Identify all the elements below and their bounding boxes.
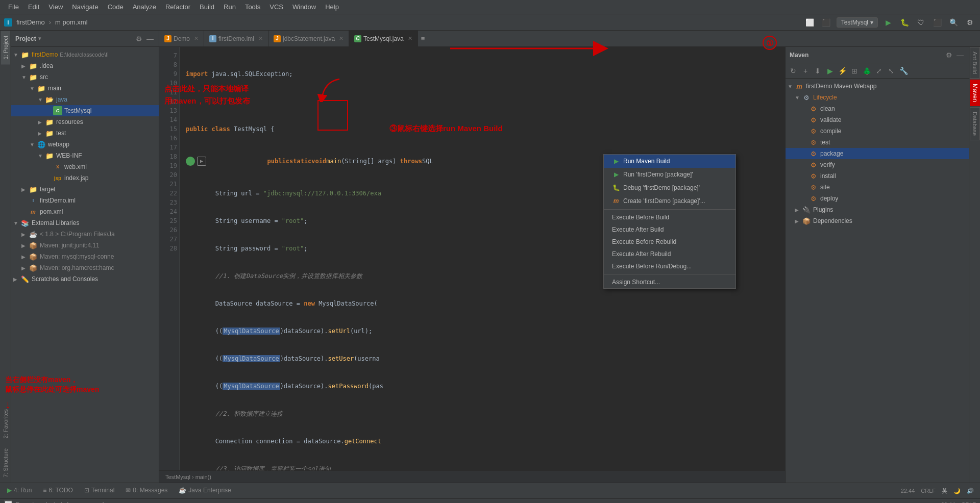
navigate-back-button[interactable]: ⬜ [804, 16, 816, 29]
tree-item-idea[interactable]: ▶ 📁 .idea [11, 60, 159, 71]
tree-item-webinf[interactable]: ▼ 📁 WEB-INF [11, 150, 159, 161]
tree-item-mysql-connector[interactable]: ▶ 📦 Maven: mysql:mysql-conne [11, 251, 159, 262]
maven-item-install[interactable]: ▶ ⚙ install [786, 170, 969, 182]
menu-item-build[interactable]: Build [195, 2, 218, 12]
tab-close-testmysql[interactable]: ✕ [408, 35, 412, 42]
tree-item-external-libraries[interactable]: ▼ 📚 External Libraries [11, 217, 159, 229]
ctx-execute-before-rebuild[interactable]: Execute Before Rebuild [604, 236, 736, 248]
run-with-coverage-button[interactable]: 🛡 [915, 16, 927, 29]
ctx-execute-after-rebuild[interactable]: Execute After Rebuild [604, 248, 736, 260]
maven-run-btn[interactable]: ▶ [824, 65, 836, 77]
maven-item-package[interactable]: ▶ ⚙ package [786, 148, 969, 159]
tree-item-firstdemo-iml[interactable]: ▶ I firstDemo.iml [11, 195, 159, 206]
sidebar-tab-structure[interactable]: 7: Structure [1, 443, 10, 483]
ctx-create-firstdemo[interactable]: m Create 'firstDemo [package]'... [604, 194, 736, 208]
tab-close-iml[interactable]: ✕ [258, 35, 263, 42]
ctx-debug-firstdemo[interactable]: 🐛 Debug 'firstDemo [package]' [604, 181, 736, 194]
maven-skip-tests-btn[interactable]: ⚡ [837, 65, 848, 77]
maven-side-tab[interactable]: Maven [970, 80, 980, 106]
bottom-tab-todo[interactable]: ≡ 6: TODO [38, 483, 78, 498]
stop-execute-button[interactable]: ⬜ [4, 500, 12, 504]
run-button[interactable]: ▶ [882, 16, 894, 29]
maven-item-plugins[interactable]: ▶ 🔌 Plugins [786, 204, 969, 215]
tree-item-indexjsp[interactable]: ▶ jsp index.jsp [11, 172, 159, 184]
ctx-execute-before-build[interactable]: Execute Before Build [604, 211, 736, 223]
tab-demo[interactable]: J Demo ✕ [159, 31, 204, 47]
maven-item-compile[interactable]: ▶ ⚙ compile [786, 125, 969, 137]
menu-item-run[interactable]: Run [219, 2, 240, 12]
tree-item-java[interactable]: ▼ 📂 java [11, 94, 159, 105]
maven-refresh-btn[interactable]: ↻ [788, 65, 799, 77]
maven-collapse-btn[interactable]: ⤡ [886, 65, 897, 77]
maven-item-lifecycle[interactable]: ▼ ⚙ Lifecycle [786, 92, 969, 103]
ctx-run-maven-build[interactable]: ▶ Run Maven Build [604, 155, 736, 168]
maven-item-validate[interactable]: ▶ ⚙ validate [786, 114, 969, 125]
ant-build-tab[interactable]: Ant Build [970, 47, 980, 79]
tree-item-resources[interactable]: ▶ 📁 resources [11, 116, 159, 128]
maven-item-firstdemo[interactable]: ▼ m firstDemo Maven Webapp [786, 81, 969, 92]
tab-jdbcstatement[interactable]: J jdbcStatement.java ✕ [268, 31, 349, 47]
bottom-tab-messages[interactable]: ✉ 0: Messages [120, 483, 173, 498]
maven-item-deploy[interactable]: ▶ ⚙ deploy [786, 193, 969, 204]
menu-item-file[interactable]: File [4, 2, 23, 12]
debug-button[interactable]: 🐛 [898, 16, 911, 29]
maven-item-clean[interactable]: ▶ ⚙ clean [786, 103, 969, 114]
tree-item-webxml[interactable]: ▶ X web.xml [11, 161, 159, 172]
settings-button[interactable]: ⚙ [964, 16, 976, 29]
menu-item-help[interactable]: Help [321, 2, 343, 12]
tree-item-src[interactable]: ▼ 📁 src [11, 71, 159, 83]
maven-add-btn[interactable]: + [800, 65, 811, 77]
tree-item-pomxml[interactable]: ▶ m pom.xml [11, 206, 159, 217]
menu-item-code[interactable]: Code [104, 2, 128, 12]
maven-minimize-icon[interactable]: — [955, 50, 965, 60]
stop-button[interactable]: ⬛ [931, 16, 943, 29]
maven-gear-icon[interactable]: ⚙ [945, 50, 953, 60]
tree-item-test[interactable]: ▶ 📁 test [11, 128, 159, 139]
tree-item-firstdemo-root[interactable]: ▼ 📁 firstDemo E:\Idea\classcode\fi [11, 49, 159, 60]
tree-item-webapp[interactable]: ▼ 🌐 webapp [11, 139, 159, 150]
search-everywhere-button[interactable]: 🔍 [947, 16, 960, 29]
maven-item-dependencies[interactable]: ▶ 📦 Dependencies [786, 215, 969, 227]
tree-item-hamcrest[interactable]: ▶ 📦 Maven: org.hamcrest:hamc [11, 262, 159, 273]
tab-testmysql[interactable]: C TestMysql.java ✕ [349, 31, 418, 47]
maven-item-site[interactable]: ▶ ⚙ site [786, 182, 969, 193]
maven-item-verify[interactable]: ▶ ⚙ verify [786, 159, 969, 170]
maven-item-test[interactable]: ▶ ⚙ test [786, 137, 969, 148]
maven-download-btn[interactable]: ⬇ [812, 65, 823, 77]
menu-item-vcs[interactable]: VCS [265, 2, 287, 12]
collapse-icon[interactable]: — [145, 34, 155, 44]
run-config-dropdown[interactable]: TestMysql ▾ [837, 17, 878, 28]
maven-tree-btn[interactable]: 🌲 [861, 65, 872, 77]
menu-item-window[interactable]: Window [288, 2, 320, 12]
menu-item-analyze[interactable]: Analyze [129, 2, 160, 12]
project-panel-dropdown[interactable]: ▾ [38, 35, 41, 42]
menu-item-edit[interactable]: Edit [24, 2, 43, 12]
tree-item-target[interactable]: ▶ 📁 target [11, 184, 159, 195]
navigate-forward-button[interactable]: ⬛ [820, 16, 832, 29]
tree-item-testmysql[interactable]: ▶ C TestMysql [11, 105, 159, 116]
maven-cols-btn[interactable]: ⊞ [849, 65, 860, 77]
tab-close-demo[interactable]: ✕ [194, 35, 199, 42]
ctx-execute-before-run[interactable]: Execute Before Run/Debug... [604, 260, 736, 272]
tab-more-button[interactable]: ≡ [418, 35, 428, 42]
tree-item-scratches[interactable]: ▶ ✏️ Scratches and Consoles [11, 273, 159, 285]
tab-firstdemo-iml[interactable]: I firstDemo.iml ✕ [204, 31, 268, 47]
maven-settings-btn[interactable]: 🔧 [898, 65, 909, 77]
gear-icon[interactable]: ⚙ [135, 34, 143, 44]
tree-item-jdk18[interactable]: ▶ ☕ < 1.8 > C:\Program Files\Ja [11, 229, 159, 240]
database-tab[interactable]: Database [970, 107, 980, 140]
ctx-execute-after-build[interactable]: Execute After Build [604, 223, 736, 236]
maven-expand-btn[interactable]: ⤢ [873, 65, 885, 77]
ctx-run-firstdemo[interactable]: ▶ Run 'firstDemo [package]' [604, 168, 736, 181]
ctx-assign-shortcut[interactable]: Assign Shortcut... [604, 276, 736, 288]
bottom-tab-run[interactable]: ▶ 4: Run [2, 483, 37, 498]
menu-item-navigate[interactable]: Navigate [68, 2, 102, 12]
sidebar-tab-favorites[interactable]: 2: Favorites [1, 404, 10, 443]
sidebar-tab-project[interactable]: 1: Project [1, 31, 10, 64]
menu-item-refactor[interactable]: Refactor [161, 2, 194, 12]
menu-item-view[interactable]: View [44, 2, 67, 12]
tree-item-junit[interactable]: ▶ 📦 Maven: junit:junit:4.11 [11, 240, 159, 251]
menu-item-tools[interactable]: Tools [241, 2, 264, 12]
bottom-tab-java-enterprise[interactable]: ☕ Java Enterprise [174, 483, 236, 498]
tab-close-jdbc[interactable]: ✕ [339, 35, 344, 42]
